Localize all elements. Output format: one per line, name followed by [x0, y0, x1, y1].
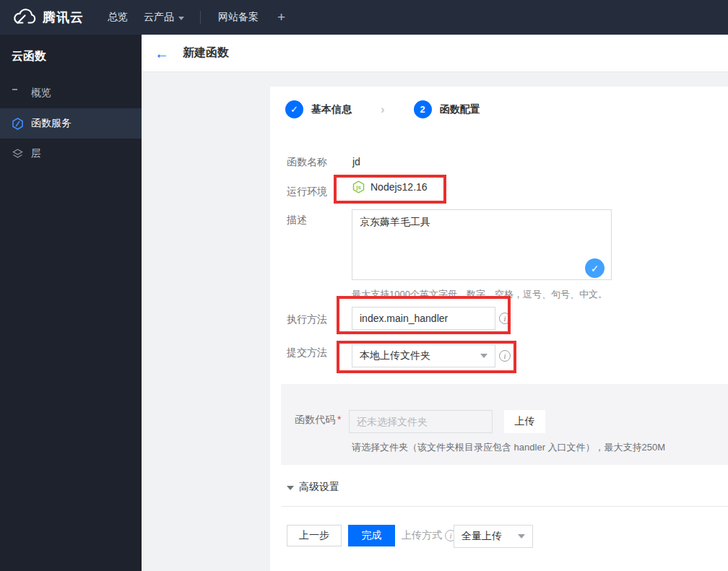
- sidebar-menu: 概览 函数服务 层: [0, 78, 142, 169]
- nodejs-icon: js: [352, 180, 365, 193]
- function-name-value: jd: [352, 156, 360, 167]
- description-textarea[interactable]: 京东薅羊毛工具: [352, 209, 612, 280]
- handler-label: 执行方法: [287, 313, 327, 326]
- content-area: ✓ 基本信息 › 2 函数配置 函数名称 jd 运行环境 js Nodejs12…: [142, 72, 728, 571]
- chevron-down-icon: [178, 17, 184, 20]
- navbar-divider: [200, 11, 201, 24]
- submit-method-select[interactable]: 本地上传文件夹: [352, 344, 495, 367]
- sidebar-item-label: 概览: [31, 87, 51, 100]
- description-valid-check-icon: ✓: [585, 258, 604, 278]
- footer-divider: [282, 506, 728, 507]
- select-caret-icon: [518, 534, 525, 539]
- required-asterisk: *: [337, 414, 341, 425]
- upload-mode-row: 上传方式 i: [402, 529, 456, 542]
- nav-item-cloud-products-label: 云产品: [144, 11, 174, 24]
- prev-step-button[interactable]: 上一步: [287, 525, 342, 546]
- step2-label: 函数配置: [440, 103, 480, 116]
- step-chevron-icon: ›: [381, 103, 385, 117]
- advanced-settings-toggle[interactable]: 高级设置: [287, 481, 339, 494]
- handler-info-icon[interactable]: i: [499, 313, 511, 324]
- function-code-label: 函数代码*: [295, 414, 341, 427]
- function-name-label: 函数名称: [287, 156, 327, 169]
- add-tab-icon[interactable]: +: [277, 9, 285, 25]
- sidebar-title: 云函数: [0, 35, 142, 64]
- page-header: ← 新建函数: [142, 35, 728, 72]
- nav-item-cloud-products[interactable]: 云产品: [144, 11, 184, 24]
- folder-path-input[interactable]: [349, 410, 493, 433]
- submit-method-info-icon[interactable]: i: [499, 350, 511, 362]
- nav-item-website-record[interactable]: 网站备案: [218, 11, 259, 24]
- description-hint: 最大支持1000个英文字母，数字，空格，逗号、句号、中文。: [352, 288, 607, 301]
- submit-method-label: 提交方法: [287, 346, 327, 359]
- sidebar: 云函数 概览 函数服务 层: [0, 35, 142, 571]
- back-arrow-icon[interactable]: ←: [155, 46, 169, 61]
- sidebar-item-layers[interactable]: 层: [0, 139, 142, 169]
- upload-mode-select[interactable]: 全量上传: [454, 525, 533, 548]
- advanced-settings-label: 高级设置: [299, 481, 339, 494]
- step-indicator: ✓ 基本信息 › 2 函数配置: [285, 100, 480, 118]
- svg-text:js: js: [355, 184, 361, 191]
- upload-button[interactable]: 上传: [504, 410, 545, 433]
- layers-icon: [12, 148, 24, 160]
- tencent-cloud-logo[interactable]: 腾讯云: [10, 8, 84, 27]
- handler-input[interactable]: [352, 307, 495, 330]
- step1-label: 基本信息: [311, 103, 352, 116]
- finish-button[interactable]: 完成: [348, 525, 395, 546]
- upload-mode-value: 全量上传: [462, 530, 502, 543]
- sidebar-item-overview[interactable]: 概览: [0, 78, 142, 108]
- brand-name: 腾讯云: [43, 9, 84, 26]
- page-title: 新建函数: [183, 45, 229, 61]
- sidebar-item-label: 函数服务: [31, 117, 72, 130]
- runtime-label: 运行环境: [287, 186, 327, 199]
- function-code-note: 请选择文件夹（该文件夹根目录应包含 handler 入口文件），最大支持250M: [352, 441, 665, 454]
- function-code-section: 函数代码* 上传 请选择文件夹（该文件夹根目录应包含 handler 入口文件）…: [281, 384, 728, 465]
- sidebar-item-function-service[interactable]: 函数服务: [0, 108, 142, 139]
- sidebar-item-label: 层: [31, 147, 41, 160]
- step1-done-check-icon: ✓: [285, 100, 303, 118]
- cloud-logo-icon: [10, 8, 36, 27]
- new-function-panel: ✓ 基本信息 › 2 函数配置 函数名称 jd 运行环境 js Nodejs12…: [270, 87, 728, 571]
- top-navbar: 腾讯云 总览 云产品 网站备案 +: [0, 0, 728, 35]
- description-label: 描述: [287, 214, 307, 227]
- nav-item-overview[interactable]: 总览: [108, 11, 128, 24]
- triangle-down-icon: [287, 486, 294, 490]
- function-code-label-text: 函数代码: [295, 414, 335, 425]
- select-caret-icon: [480, 354, 488, 358]
- submit-method-value: 本地上传文件夹: [360, 349, 430, 362]
- runtime-value: Nodejs12.16: [370, 181, 428, 193]
- step2-number: 2: [414, 100, 432, 118]
- runtime-value-row: js Nodejs12.16: [352, 180, 428, 193]
- overview-grid-icon: [12, 87, 24, 100]
- upload-mode-label: 上传方式: [402, 529, 442, 542]
- function-hexagon-icon: [12, 118, 24, 130]
